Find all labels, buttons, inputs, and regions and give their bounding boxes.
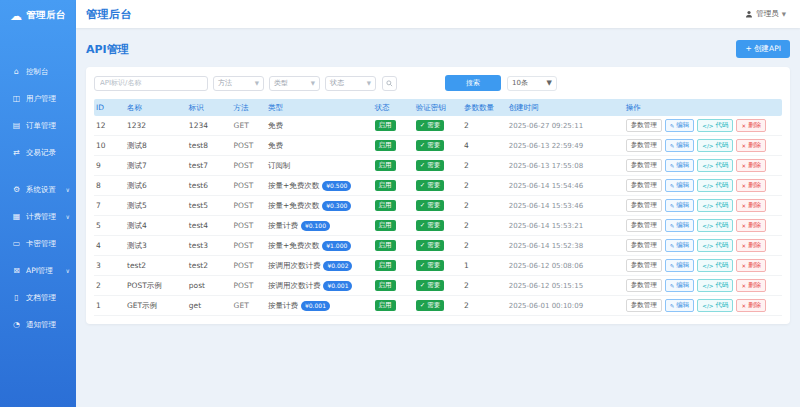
- code-button[interactable]: </> 代码: [697, 259, 733, 272]
- search-button[interactable]: 搜索: [445, 75, 501, 91]
- search-input[interactable]: [94, 76, 208, 91]
- delete-button[interactable]: ✕ 删除: [736, 279, 766, 292]
- sidebar-item[interactable]: ▤ 订单管理: [0, 112, 76, 139]
- delete-button[interactable]: ✕ 删除: [736, 139, 766, 152]
- table-row: 4 测试3 test3 POST 按量+免费次数 ¥1.000 启用: [94, 236, 782, 256]
- refresh-search-icon-button[interactable]: [382, 76, 397, 91]
- edit-button-label: 编辑: [676, 181, 689, 190]
- page-size-select[interactable]: 10条 ▼: [507, 76, 557, 91]
- delete-icon: ✕: [741, 183, 746, 189]
- type-label: 按量计费: [268, 221, 298, 231]
- params-button[interactable]: 参数管理: [626, 279, 662, 292]
- cell-code: 1234: [187, 121, 232, 130]
- params-button[interactable]: 参数管理: [626, 219, 662, 232]
- edit-button[interactable]: ✎ 编辑: [665, 299, 695, 312]
- cell-type: 按量计费 ¥0.100: [266, 221, 373, 231]
- params-button[interactable]: 参数管理: [626, 199, 662, 212]
- code-button[interactable]: </> 代码: [697, 199, 733, 212]
- edit-button[interactable]: ✎ 编辑: [665, 199, 695, 212]
- code-button[interactable]: </> 代码: [697, 119, 733, 132]
- app-logo[interactable]: ☁ 管理后台: [0, 0, 76, 32]
- create-api-button[interactable]: + 创建API: [736, 40, 790, 58]
- sidebar-item[interactable]: ⊠ API管理 ∨: [0, 257, 76, 284]
- table-row: 5 测试4 test4 POST 按量计费 ¥0.100 启用: [94, 216, 782, 236]
- params-button[interactable]: 参数管理: [626, 119, 662, 132]
- sidebar-item[interactable]: ▭ 卡密管理: [0, 230, 76, 257]
- cell-id: 9: [94, 161, 125, 170]
- edit-button[interactable]: ✎ 编辑: [665, 159, 695, 172]
- params-button[interactable]: 参数管理: [626, 299, 662, 312]
- params-button[interactable]: 参数管理: [626, 239, 662, 252]
- cell-type: 订阅制: [266, 161, 373, 171]
- sidebar-item-icon: ⇄: [12, 148, 21, 157]
- user-menu[interactable]: 管理员 ▼: [745, 9, 786, 19]
- edit-button[interactable]: ✎ 编辑: [665, 179, 695, 192]
- cell-method: POST: [232, 161, 266, 170]
- delete-button[interactable]: ✕ 删除: [736, 239, 766, 252]
- cell-id: 2: [94, 281, 125, 290]
- delete-button[interactable]: ✕ 删除: [736, 299, 766, 312]
- sidebar-item[interactable]: ◫ 用户管理: [0, 85, 76, 112]
- delete-icon: ✕: [741, 163, 746, 169]
- params-button[interactable]: 参数管理: [626, 159, 662, 172]
- params-button[interactable]: 参数管理: [626, 259, 662, 272]
- api-table-card: 方法 ▼ 类型 ▼ 状态 ▼: [86, 67, 790, 324]
- edit-button-label: 编辑: [676, 221, 689, 230]
- edit-button[interactable]: ✎ 编辑: [665, 259, 695, 272]
- sidebar-item[interactable]: ⚙ 系统设置 ∨: [0, 176, 76, 203]
- edit-button[interactable]: ✎ 编辑: [665, 139, 695, 152]
- delete-button[interactable]: ✕ 删除: [736, 199, 766, 212]
- cell-code: post: [187, 281, 232, 290]
- sidebar-item[interactable]: ⇄ 交易记录: [0, 139, 76, 166]
- sidebar-item[interactable]: ⌂ 控制台: [0, 58, 76, 85]
- code-icon: </>: [702, 123, 713, 129]
- delete-icon: ✕: [741, 303, 746, 309]
- code-button[interactable]: </> 代码: [697, 139, 733, 152]
- code-icon: </>: [702, 263, 713, 269]
- status-badge: 启用: [375, 160, 396, 172]
- delete-button[interactable]: ✕ 删除: [736, 159, 766, 172]
- sidebar-item[interactable]: ▦ 计费管理 ∨: [0, 203, 76, 230]
- table-row: 1 GET示例 get GET 按量计费 ¥0.001 启用: [94, 296, 782, 316]
- sidebar-item-label: 计费管理: [26, 212, 56, 222]
- cell-method: GET: [232, 301, 266, 310]
- sidebar-item[interactable]: ◔ 通知管理: [0, 311, 76, 338]
- filter-select[interactable]: 状态 ▼: [325, 76, 376, 91]
- cell-status: 启用: [373, 120, 414, 132]
- code-button[interactable]: </> 代码: [697, 159, 733, 172]
- edit-button[interactable]: ✎ 编辑: [665, 279, 695, 292]
- delete-button[interactable]: ✕ 删除: [736, 119, 766, 132]
- edit-button[interactable]: ✎ 编辑: [665, 119, 695, 132]
- cell-params: 2: [462, 121, 507, 130]
- cell-name: 测试6: [125, 181, 187, 191]
- code-button[interactable]: </> 代码: [697, 219, 733, 232]
- delete-button[interactable]: ✕ 删除: [736, 219, 766, 232]
- cell-name: POST示例: [125, 281, 187, 291]
- delete-button[interactable]: ✕ 删除: [736, 259, 766, 272]
- delete-button[interactable]: ✕ 删除: [736, 179, 766, 192]
- cell-key: ✓ 需要: [414, 160, 462, 172]
- cell-id: 7: [94, 201, 125, 210]
- edit-button[interactable]: ✎ 编辑: [665, 239, 695, 252]
- cell-id: 8: [94, 181, 125, 190]
- cell-code: test4: [187, 221, 232, 230]
- table-row: 9 测试7 test7 POST 订阅制 启用: [94, 156, 782, 176]
- top-header: 管理后台 管理员 ▼: [76, 0, 800, 28]
- params-button-label: 参数管理: [631, 201, 657, 210]
- params-button-label: 参数管理: [631, 161, 657, 170]
- filter-select[interactable]: 方法 ▼: [213, 76, 264, 91]
- code-button[interactable]: </> 代码: [697, 299, 733, 312]
- cell-type: 按量+免费次数 ¥0.300: [266, 201, 373, 211]
- params-button-label: 参数管理: [631, 121, 657, 130]
- filter-select[interactable]: 类型 ▼: [269, 76, 320, 91]
- code-button-label: 代码: [715, 301, 728, 310]
- code-button[interactable]: </> 代码: [697, 279, 733, 292]
- cell-status: 启用: [373, 280, 414, 292]
- sidebar-item[interactable]: ▯ 文档管理: [0, 284, 76, 311]
- edit-button[interactable]: ✎ 编辑: [665, 219, 695, 232]
- params-button[interactable]: 参数管理: [626, 179, 662, 192]
- code-button[interactable]: </> 代码: [697, 179, 733, 192]
- code-icon: </>: [702, 283, 713, 289]
- params-button[interactable]: 参数管理: [626, 139, 662, 152]
- code-button[interactable]: </> 代码: [697, 239, 733, 252]
